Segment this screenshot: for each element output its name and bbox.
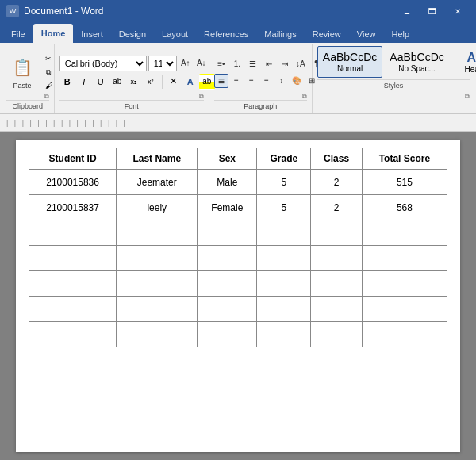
table-cell-0-3[interactable]: 5 [257,170,311,195]
style-normal[interactable]: AaBbCcDc Normal [317,46,382,78]
shading-button[interactable]: 🎨 [290,74,304,88]
maximize-button[interactable]: 🗖 [420,0,444,22]
table-cell-6-5[interactable] [362,322,447,347]
table-cell-0-0[interactable]: 2100015836 [29,170,117,195]
justify-button[interactable]: ≡ [259,74,274,88]
table-cell-4-0[interactable] [29,271,117,297]
tab-mailings[interactable]: Mailings [256,25,304,43]
font-name-select[interactable]: Calibri (Body) [60,56,147,71]
table-cell-3-0[interactable] [29,246,117,271]
title-bar-left: W Document1 - Word [6,5,103,17]
tab-review[interactable]: Review [305,25,349,43]
table-cell-3-4[interactable] [311,246,362,271]
style-nospace[interactable]: AaBbCcDc No Spac... [384,46,449,78]
paragraph-row2: ≡ ≡ ≡ ≡ ↕ 🎨 ⊞ [214,74,324,88]
style-heading1[interactable]: Aa Hea... [451,46,476,78]
decrease-indent-button[interactable]: ⇤ [262,57,276,71]
table-cell-5-5[interactable] [362,297,447,322]
table-cell-4-4[interactable] [311,271,362,297]
table-cell-2-5[interactable] [362,220,447,246]
tab-help[interactable]: Help [383,25,417,43]
font-label: Font [60,100,204,112]
table-cell-4-1[interactable] [117,271,198,297]
table-cell-0-2[interactable]: Male [198,170,257,195]
table-row[interactable] [29,322,447,347]
align-right-button[interactable]: ≡ [244,74,259,88]
underline-button[interactable]: U [93,74,109,90]
align-left-button[interactable]: ≡ [214,74,228,88]
minimize-button[interactable]: 🗕 [395,0,419,22]
close-button[interactable]: ✕ [446,0,470,22]
table-cell-2-2[interactable] [198,220,257,246]
table-cell-6-3[interactable] [257,322,311,347]
table-cell-3-1[interactable] [117,246,198,271]
table-cell-6-2[interactable] [198,322,257,347]
strikethrough-button[interactable]: ab [109,74,125,90]
table-cell-6-1[interactable] [117,322,198,347]
superscript-button[interactable]: x² [143,74,159,90]
word-icon: W [6,5,19,17]
tab-references[interactable]: References [196,25,256,43]
table-row[interactable] [29,271,447,297]
table-row[interactable] [29,297,447,322]
table-cell-2-1[interactable] [117,220,198,246]
clear-formatting-button[interactable]: ✕ [166,74,182,90]
table-cell-3-5[interactable] [362,246,447,271]
table-cell-3-3[interactable] [257,246,311,271]
sort-button[interactable]: ↕A [294,57,308,71]
styles-expand[interactable]: ⧉ [465,93,473,101]
table-cell-1-5[interactable]: 568 [362,195,447,220]
table-cell-6-4[interactable] [311,322,362,347]
font-expand[interactable]: ⧉ [199,93,207,101]
tab-home[interactable]: Home [33,24,74,43]
tab-insert[interactable]: Insert [73,25,111,43]
table-cell-1-1[interactable]: leely [117,195,198,220]
table-row[interactable]: 2100015837leelyFemale52568 [29,195,447,220]
table-cell-5-2[interactable] [198,297,257,322]
tab-file[interactable]: File [3,25,33,43]
table-cell-4-3[interactable] [257,271,311,297]
clipboard-expand[interactable]: ⧉ [44,93,52,101]
table-cell-3-2[interactable] [198,246,257,271]
table-cell-1-4[interactable]: 2 [311,195,362,220]
table-cell-4-5[interactable] [362,271,447,297]
table-cell-1-2[interactable]: Female [198,195,257,220]
subscript-button[interactable]: x₂ [126,74,142,90]
increase-indent-button[interactable]: ⇥ [278,57,292,71]
table-cell-1-0[interactable]: 2100015837 [29,195,117,220]
table-cell-4-2[interactable] [198,271,257,297]
font-size-inc-button[interactable]: A↑ [178,56,193,71]
table-row[interactable] [29,246,447,271]
table-cell-0-5[interactable]: 515 [362,170,447,195]
table-cell-2-4[interactable] [311,220,362,246]
title-controls[interactable]: 🗕 🗖 ✕ [395,0,470,22]
paragraph-expand[interactable]: ⧉ [302,93,310,101]
table-cell-5-0[interactable] [29,297,117,322]
paste-button[interactable]: 📋 Paste [6,52,38,93]
table-header-row: Student ID Last Name Sex Grade Class Tot… [29,148,447,170]
tab-layout[interactable]: Layout [154,25,196,43]
multilevel-button[interactable]: ☰ [246,57,260,71]
align-center-button[interactable]: ≡ [229,74,244,88]
table-cell-5-4[interactable] [311,297,362,322]
font-size-dec-button[interactable]: A↓ [194,56,209,71]
tab-view[interactable]: View [349,25,384,43]
numbering-button[interactable]: 1. [230,57,244,71]
table-cell-5-3[interactable] [257,297,311,322]
table-cell-6-0[interactable] [29,322,117,347]
bullets-button[interactable]: ≡• [214,57,228,71]
table-cell-2-3[interactable] [257,220,311,246]
table-cell-2-0[interactable] [29,220,117,246]
tab-design[interactable]: Design [111,25,154,43]
italic-button[interactable]: I [76,74,92,90]
table-cell-1-3[interactable]: 5 [257,195,311,220]
table-row[interactable] [29,220,447,246]
table-cell-0-4[interactable]: 2 [311,170,362,195]
table-cell-0-1[interactable]: Jeemater [117,170,198,195]
line-spacing-button[interactable]: ↕ [274,74,289,88]
table-row[interactable]: 2100015836JeematerMale52515 [29,170,447,195]
font-size-select[interactable]: 11 [148,56,177,71]
bold-button[interactable]: B [60,74,75,90]
text-effects-button[interactable]: A [182,74,198,90]
table-cell-5-1[interactable] [117,297,198,322]
